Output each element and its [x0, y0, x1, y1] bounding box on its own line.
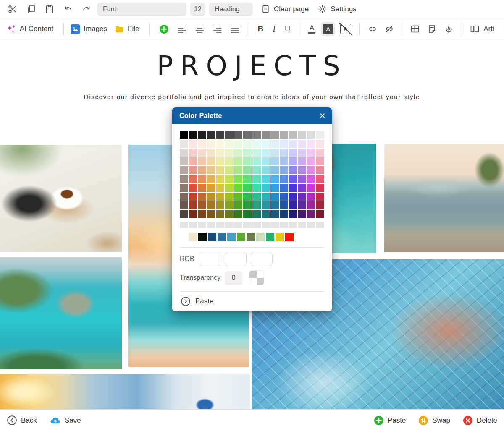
palette-swatch[interactable]	[198, 201, 206, 209]
palette-swatch[interactable]	[225, 184, 234, 192]
gallery-photo-coastal-town[interactable]	[0, 374, 250, 409]
palette-swatch[interactable]	[316, 166, 324, 174]
palette-swatch[interactable]	[180, 149, 188, 157]
palette-swatch[interactable]	[262, 149, 270, 157]
font-family-select[interactable]: Font	[97, 3, 186, 16]
palette-swatch[interactable]	[289, 210, 297, 218]
palette-swatch[interactable]	[234, 131, 243, 139]
palette-swatch[interactable]	[289, 184, 297, 192]
palette-swatch[interactable]	[316, 149, 324, 157]
align-center-button[interactable]	[194, 24, 205, 34]
save-button[interactable]: Save	[50, 415, 81, 426]
empty-swatch[interactable]	[189, 222, 197, 228]
palette-swatch[interactable]	[180, 175, 188, 183]
palette-swatch[interactable]	[189, 157, 197, 165]
palette-swatch[interactable]	[270, 166, 279, 174]
images-button[interactable]: Images	[71, 24, 107, 34]
palette-swatch[interactable]	[270, 201, 279, 209]
palette-swatch[interactable]	[262, 131, 270, 139]
back-button[interactable]: Back	[7, 415, 37, 426]
palette-swatch[interactable]	[289, 149, 297, 157]
palette-swatch[interactable]	[216, 157, 225, 165]
palette-swatch[interactable]	[289, 201, 297, 209]
palette-swatch[interactable]	[198, 149, 206, 157]
palette-swatch[interactable]	[225, 131, 234, 139]
palette-swatch[interactable]	[216, 149, 225, 157]
palette-swatch[interactable]	[298, 210, 306, 218]
empty-swatch[interactable]	[225, 222, 234, 228]
palette-swatch[interactable]	[207, 131, 215, 139]
palette-swatch[interactable]	[262, 201, 270, 209]
empty-swatch[interactable]	[316, 222, 324, 228]
palette-swatch[interactable]	[180, 140, 188, 148]
align-left-button[interactable]	[177, 24, 187, 34]
gallery-photo-desk-camera[interactable]	[0, 145, 122, 252]
palette-swatch[interactable]	[216, 131, 225, 139]
palette-swatch[interactable]	[189, 201, 197, 209]
palette-swatch[interactable]	[298, 193, 306, 201]
palette-swatch[interactable]	[289, 131, 297, 139]
palette-swatch[interactable]	[189, 166, 197, 174]
palette-swatch[interactable]	[289, 166, 297, 174]
palette-swatch[interactable]	[225, 140, 234, 148]
palette-swatch[interactable]	[243, 140, 252, 148]
palette-swatch[interactable]	[280, 157, 288, 165]
palette-swatch[interactable]	[252, 131, 261, 139]
palette-swatch[interactable]	[298, 184, 306, 192]
palette-swatch[interactable]	[225, 157, 234, 165]
palette-swatch[interactable]	[207, 193, 215, 201]
delete-button[interactable]: Delete	[463, 415, 497, 426]
empty-swatch[interactable]	[262, 222, 270, 228]
palette-swatch[interactable]	[252, 175, 261, 183]
palette-swatch[interactable]	[189, 131, 197, 139]
palette-swatch[interactable]	[216, 175, 225, 183]
palette-swatch[interactable]	[289, 140, 297, 148]
recent-color-swatch[interactable]	[198, 233, 207, 241]
empty-swatch[interactable]	[289, 222, 297, 228]
paragraph-style-select[interactable]: Heading	[209, 3, 253, 16]
rgb-b-input[interactable]	[251, 252, 273, 266]
palette-swatch[interactable]	[234, 149, 243, 157]
recent-color-swatch[interactable]	[276, 233, 284, 241]
decor-button[interactable]	[444, 24, 454, 34]
palette-swatch[interactable]	[262, 184, 270, 192]
empty-swatch[interactable]	[216, 222, 225, 228]
recent-color-swatch[interactable]	[208, 233, 216, 241]
palette-swatch[interactable]	[262, 193, 270, 201]
palette-swatch[interactable]	[270, 210, 279, 218]
underline-button[interactable]: U	[285, 25, 290, 34]
palette-swatch[interactable]	[298, 140, 306, 148]
palette-swatch[interactable]	[307, 184, 315, 192]
align-justify-button[interactable]	[230, 24, 240, 34]
palette-swatch[interactable]	[243, 175, 252, 183]
palette-swatch[interactable]	[316, 184, 324, 192]
palette-swatch[interactable]	[316, 131, 324, 139]
recent-color-swatch[interactable]	[218, 233, 226, 241]
palette-swatch[interactable]	[216, 193, 225, 201]
palette-swatch[interactable]	[307, 193, 315, 201]
note-button[interactable]	[427, 24, 437, 34]
recent-color-swatch[interactable]	[189, 233, 197, 241]
palette-swatch[interactable]	[252, 166, 261, 174]
palette-swatch[interactable]	[234, 201, 243, 209]
palette-swatch[interactable]	[280, 210, 288, 218]
palette-swatch[interactable]	[198, 184, 206, 192]
palette-swatch[interactable]	[307, 131, 315, 139]
palette-swatch[interactable]	[198, 175, 206, 183]
gallery-photo-infinity-pool[interactable]	[384, 144, 504, 252]
palette-swatch[interactable]	[298, 175, 306, 183]
file-button[interactable]: File	[115, 24, 139, 34]
bold-button[interactable]: B	[257, 24, 263, 34]
palette-swatch[interactable]	[289, 175, 297, 183]
palette-swatch[interactable]	[316, 210, 324, 218]
palette-swatch[interactable]	[207, 157, 215, 165]
palette-swatch[interactable]	[307, 166, 315, 174]
palette-swatch[interactable]	[262, 166, 270, 174]
palette-swatch[interactable]	[234, 193, 243, 201]
align-right-button[interactable]	[212, 24, 223, 34]
palette-swatch[interactable]	[207, 140, 215, 148]
palette-swatch[interactable]	[225, 175, 234, 183]
palette-swatch[interactable]	[262, 175, 270, 183]
palette-swatch[interactable]	[307, 175, 315, 183]
palette-swatch[interactable]	[280, 166, 288, 174]
